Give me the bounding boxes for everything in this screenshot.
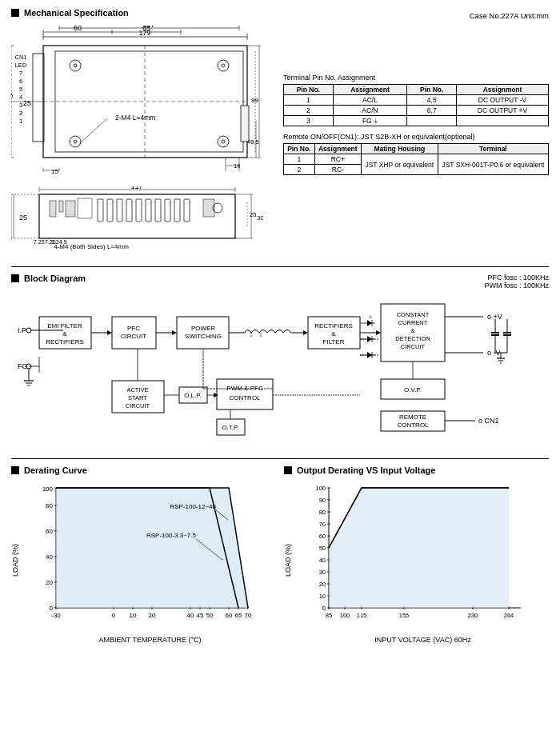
- r-col-terminal: Terminal: [438, 144, 548, 154]
- svg-text:REMOTE: REMOTE: [399, 413, 426, 421]
- svg-text:50: 50: [319, 545, 326, 552]
- svg-text:7.25: 7.25: [34, 239, 45, 245]
- pin-no2: 6,7: [407, 106, 457, 116]
- svg-text:45: 45: [197, 612, 204, 619]
- svg-text:60: 60: [319, 533, 326, 540]
- svg-text:100: 100: [42, 485, 54, 493]
- svg-point-37: [222, 64, 225, 67]
- svg-text:FILTER: FILTER: [323, 338, 345, 346]
- curves-section: Derating Curve LOAD (%) 0 20 40 60 80 10…: [11, 465, 549, 644]
- svg-rect-76: [59, 201, 63, 212]
- svg-marker-234: [56, 488, 248, 608]
- svg-text:RECTIFIERS: RECTIFIERS: [314, 322, 353, 330]
- output-derating-title: Output Derating VS Input Voltage: [297, 465, 435, 475]
- svg-text:SWITCHING: SWITCHING: [185, 333, 222, 340]
- svg-text:2-M4 L=4mm: 2-M4 L=4mm: [115, 114, 155, 122]
- svg-rect-86: [165, 199, 170, 222]
- svg-point-40: [218, 136, 229, 147]
- svg-text:5: 5: [19, 86, 22, 93]
- svg-rect-85: [155, 199, 161, 222]
- r-col-assign: Assignment: [314, 144, 361, 154]
- mechanical-section: Mechanical Specification Case No.227A Un…: [11, 8, 549, 257]
- mechanical-title: Mechanical Specification: [24, 8, 129, 18]
- assignment: AC/L: [333, 95, 407, 106]
- derating-header: Derating Curve: [11, 465, 276, 475]
- r-pin: 1: [284, 154, 315, 165]
- svg-text:70: 70: [245, 612, 252, 619]
- svg-text:117: 117: [130, 186, 142, 190]
- col-assignment-2: Assignment: [457, 85, 549, 95]
- svg-text:0: 0: [50, 605, 54, 612]
- section-square: [11, 9, 19, 17]
- assignment: FG ⏚: [333, 116, 407, 126]
- svg-text:230: 230: [468, 612, 478, 619]
- svg-text:O.V.P.: O.V.P.: [404, 386, 422, 393]
- svg-text:RSP-100-12~48: RSP-100-12~48: [170, 503, 216, 510]
- svg-text:40: 40: [187, 612, 194, 619]
- svg-rect-81: [117, 199, 122, 222]
- derating-curve-panel: Derating Curve LOAD (%) 0 20 40 60 80 10…: [11, 465, 276, 644]
- svg-text:4: 4: [19, 94, 22, 101]
- svg-text:117: 117: [142, 26, 154, 29]
- svg-point-39: [74, 140, 77, 143]
- divider-1: [11, 266, 549, 267]
- section-square-4: [284, 466, 292, 474]
- svg-text:2: 2: [19, 110, 22, 117]
- derating-x-label-text: AMBIENT TEMPERATURE (°C): [98, 636, 201, 644]
- table-row: 1 AC/L 4,5 DC OUTPUT -V: [284, 95, 549, 106]
- svg-text:50: 50: [206, 612, 214, 619]
- derating-chart-container: LOAD (%) 0 20 40 60 80 100: [11, 480, 276, 644]
- pin-no: 1: [284, 95, 334, 106]
- svg-text:9.5: 9.5: [11, 92, 13, 99]
- output-x-label-text: INPUT VOLTAGE (VAC) 60Hz: [374, 636, 470, 644]
- svg-marker-121: [172, 330, 177, 335]
- svg-text:DETECTION: DETECTION: [395, 335, 430, 342]
- svg-point-34: [70, 60, 81, 71]
- assignment2: DC OUTPUT -V: [457, 95, 549, 106]
- r-col-housing: Mating Housing: [361, 144, 438, 154]
- svg-text:85: 85: [326, 612, 332, 619]
- svg-text:LED: LED: [15, 62, 27, 69]
- svg-text:POWER: POWER: [191, 325, 215, 332]
- svg-text:20: 20: [46, 579, 53, 586]
- svg-text:25: 25: [19, 214, 27, 222]
- svg-text:70: 70: [319, 521, 326, 528]
- svg-text:PWM & PFC: PWM & PFC: [226, 385, 263, 392]
- svg-text:10: 10: [319, 593, 326, 600]
- svg-rect-75: [50, 201, 56, 217]
- svg-text:-30: -30: [51, 612, 61, 619]
- svg-text:60: 60: [226, 612, 233, 619]
- svg-rect-88: [184, 199, 190, 222]
- section-square-3: [11, 466, 19, 474]
- derating-chart-svg: 0 20 40 60 80 100: [24, 480, 272, 636]
- remote-table-title: Remote ON/OFF(CN1): JST S2B-XH or equiva…: [283, 133, 549, 141]
- svg-text:o +V: o +V: [487, 313, 502, 321]
- svg-text:99: 99: [251, 97, 258, 104]
- r-assign: RC+: [314, 154, 361, 165]
- svg-text:CIRCUIT: CIRCUIT: [126, 402, 150, 409]
- svg-marker-143: [367, 320, 372, 326]
- svg-text:30: 30: [257, 214, 263, 222]
- svg-text:O.L.P.: O.L.P.: [184, 392, 202, 399]
- mech-content: 179 60 65 117: [11, 26, 549, 257]
- svg-text:25: 25: [23, 99, 31, 107]
- divider-2: [11, 458, 549, 459]
- pin-no2: [407, 116, 457, 126]
- output-y-label: LOAD (%): [284, 544, 292, 577]
- r-col-pin: Pin No.: [284, 144, 315, 154]
- svg-text:20: 20: [319, 581, 326, 588]
- svg-text:&: &: [331, 330, 336, 338]
- mechanical-header: Mechanical Specification: [11, 8, 129, 18]
- r-terminal: JST SXH-001T-P0.6 or equivalent: [438, 154, 548, 175]
- page: Mechanical Specification Case No.227A Un…: [0, 0, 560, 652]
- derating-y-label: LOAD (%): [11, 544, 19, 577]
- svg-rect-83: [136, 199, 142, 222]
- r-housing: JST XHP or equivalent: [361, 154, 438, 175]
- svg-point-36: [218, 60, 229, 71]
- svg-text:&: &: [62, 330, 67, 338]
- svg-text:3: 3: [19, 102, 22, 109]
- derating-title: Derating Curve: [24, 465, 87, 475]
- svg-text:o CN1: o CN1: [478, 417, 499, 425]
- svg-rect-22: [33, 54, 44, 142]
- output-derating-header: Output Derating VS Input Voltage: [284, 465, 549, 475]
